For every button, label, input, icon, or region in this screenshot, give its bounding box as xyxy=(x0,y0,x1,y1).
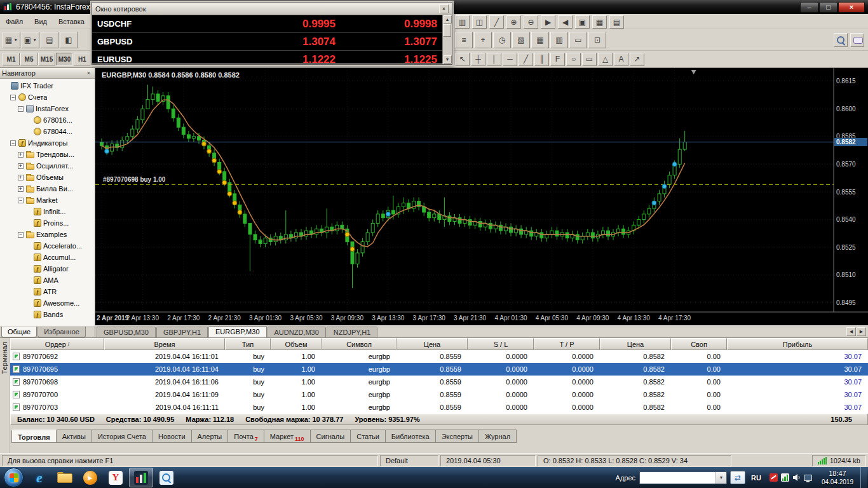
timeframe-M30[interactable]: M30 xyxy=(56,53,73,65)
quotes-window[interactable]: Окно котировок × USDCHF 0.9995 0.9998 GB… xyxy=(92,2,452,65)
navigator-item[interactable]: +Билла Ви... xyxy=(0,183,95,194)
column-header-Время[interactable]: Время xyxy=(104,338,225,350)
menu-Вставка[interactable]: Вставка xyxy=(53,15,90,28)
timeframe-M5[interactable]: M5 xyxy=(20,53,37,65)
network-icon[interactable] xyxy=(804,475,812,481)
candlestick-chart[interactable]: 0.86150.86000.85850.85700.85550.85400.85… xyxy=(95,68,868,325)
tree-expand-icon[interactable]: + xyxy=(18,163,24,169)
horizontal-line-icon[interactable]: ─ xyxy=(503,53,517,66)
navigator-tab-Общие[interactable]: Общие xyxy=(1,327,37,337)
objects-list-icon[interactable]: ▭ xyxy=(569,32,587,48)
navigator-item[interactable]: −fИндикаторы xyxy=(0,137,95,149)
minimize-button[interactable]: – xyxy=(800,2,818,13)
tree-expand-icon[interactable]: − xyxy=(18,106,24,112)
navigator-toggle-icon[interactable]: ◧ xyxy=(60,32,78,48)
column-header-Символ[interactable]: Символ xyxy=(322,338,397,350)
terminal-tab-Почта[interactable]: Почта7 xyxy=(228,430,264,443)
language-indicator[interactable]: RU xyxy=(747,474,766,482)
taskbar-yandex-browser[interactable]: Y xyxy=(104,468,128,487)
chevron-down-icon[interactable]: ▼ xyxy=(715,472,726,484)
terminal-tab-Эксперты[interactable]: Эксперты xyxy=(436,430,479,443)
templates-icon[interactable]: ▧ xyxy=(512,32,530,48)
tab-scroll-right-icon[interactable]: ▶ xyxy=(857,327,866,336)
new-chart-icon[interactable]: ▦▼ xyxy=(3,32,20,48)
maximize-button[interactable]: □ xyxy=(819,2,837,13)
navigator-item[interactable]: fAMA xyxy=(0,274,95,286)
terminal-tab-Сигналы[interactable]: Сигналы xyxy=(311,430,351,443)
chart-area[interactable]: 0.86150.86000.85850.85700.85550.85400.85… xyxy=(95,68,868,325)
equidistant-channel-icon[interactable]: ║ xyxy=(534,53,549,66)
trendline-icon[interactable]: ╱ xyxy=(519,53,533,66)
navigator-item[interactable]: fAccelerato... xyxy=(0,240,95,252)
navigator-item[interactable]: −Market xyxy=(0,194,95,206)
start-button[interactable] xyxy=(4,468,24,487)
menu-Файл[interactable]: Файл xyxy=(0,15,29,28)
column-header-S / L[interactable]: S / L xyxy=(468,338,534,350)
scroll-up-icon[interactable]: ▲ xyxy=(444,15,452,24)
arrange-icons-icon[interactable]: ▤ xyxy=(609,15,624,29)
search-icon[interactable] xyxy=(834,33,848,47)
zoom-in-icon[interactable]: ⊕ xyxy=(506,15,521,29)
timeframe-M1[interactable]: M1 xyxy=(3,53,20,65)
chart-tab-AUDNZD,M30[interactable]: AUDNZD,M30 xyxy=(268,327,326,337)
cascade-windows-icon[interactable]: ▣ xyxy=(575,15,590,29)
timeframe-M15[interactable]: M15 xyxy=(38,53,55,65)
quotes-scrollbar[interactable]: ▲ ▼ xyxy=(442,15,452,64)
quotes-window-titlebar[interactable]: Окно котировок × xyxy=(92,3,452,15)
taskbar-search[interactable] xyxy=(154,468,179,487)
chat-icon[interactable] xyxy=(850,33,864,47)
mt4-tray-icon[interactable] xyxy=(770,473,778,482)
market-watch-icon[interactable]: ▤ xyxy=(41,32,58,48)
indicators-list-icon[interactable]: ≡ xyxy=(455,32,473,48)
taskbar-file-explorer[interactable] xyxy=(53,468,77,487)
terminal-tab-Новости[interactable]: Новости xyxy=(153,430,192,443)
taskbar-metatrader4[interactable] xyxy=(129,468,153,487)
tree-expand-icon[interactable]: − xyxy=(18,232,24,238)
column-header-Объем[interactable]: Объем xyxy=(271,338,322,350)
tree-expand-icon[interactable]: − xyxy=(18,198,24,203)
quote-row[interactable]: GBPUSD 1.3074 1.3077 xyxy=(92,33,442,51)
tree-expand-icon[interactable]: + xyxy=(18,186,24,192)
tab-scroll-left-icon[interactable]: ◀ xyxy=(846,327,856,336)
navigator-item[interactable]: fAlligator xyxy=(0,263,95,274)
volumes-toggle-icon[interactable]: ▥ xyxy=(550,32,568,48)
chart-tray-icon[interactable] xyxy=(781,473,789,482)
taskbar-internet-explorer[interactable]: e xyxy=(27,468,51,487)
triangle-icon[interactable]: △ xyxy=(598,53,613,66)
timeframe-H1[interactable]: H1 xyxy=(74,53,91,65)
tree-expand-icon[interactable]: + xyxy=(18,175,24,180)
terminal-tab-Торговля[interactable]: Торговля xyxy=(11,430,57,443)
column-header-Прибыль[interactable]: Прибыль xyxy=(727,338,868,350)
quotes-close-icon[interactable]: × xyxy=(439,4,449,13)
navigator-item[interactable]: 678044... xyxy=(0,126,95,137)
navigator-item[interactable]: +Объемы xyxy=(0,172,95,183)
navigator-item[interactable]: +Трендовы... xyxy=(0,149,95,160)
column-header-Ордер[interactable]: Ордер/ xyxy=(10,338,104,350)
navigator-item[interactable]: fAwesome... xyxy=(0,297,95,309)
line-chart-icon[interactable]: ╱ xyxy=(489,15,504,29)
scrollbar-thumb[interactable] xyxy=(443,24,451,37)
show-desktop-button[interactable] xyxy=(860,467,867,488)
navigator-item[interactable]: IFX Trader xyxy=(0,80,95,92)
column-header-Тип[interactable]: Тип xyxy=(225,338,271,350)
volume-icon[interactable] xyxy=(792,473,801,482)
terminal-tab-Статьи[interactable]: Статьи xyxy=(351,430,386,443)
quote-row[interactable]: USDCHF 0.9995 0.9998 xyxy=(92,15,442,33)
menu-Вид[interactable]: Вид xyxy=(29,15,53,28)
navigator-item[interactable]: fBands xyxy=(0,309,95,320)
order-row[interactable]: 8970706952019.04.04 16:11:04buy1.00eurgb… xyxy=(10,363,868,376)
column-header-Своп[interactable]: Своп xyxy=(671,338,727,350)
crosshair-icon[interactable]: ┼ xyxy=(471,53,485,66)
column-header-T / P[interactable]: T / P xyxy=(534,338,600,350)
tree-expand-icon[interactable]: + xyxy=(18,152,24,158)
navigator-item[interactable]: 678016... xyxy=(0,114,95,126)
navigator-item[interactable]: fAccumul... xyxy=(0,252,95,263)
auto-scroll-icon[interactable]: ▶ xyxy=(541,15,555,29)
navigator-item[interactable]: fProins... xyxy=(0,217,95,229)
navigator-item[interactable]: fATR xyxy=(0,286,95,297)
tree-expand-icon[interactable]: − xyxy=(10,140,16,146)
order-row[interactable]: 8970707002019.04.04 16:11:09buy1.00eurgb… xyxy=(10,388,868,401)
vertical-line-icon[interactable]: │ xyxy=(487,53,501,66)
taskbar-media-player[interactable]: ▶ xyxy=(78,468,102,487)
chart-tab-GBPJPY,H1[interactable]: GBPJPY,H1 xyxy=(156,327,208,337)
